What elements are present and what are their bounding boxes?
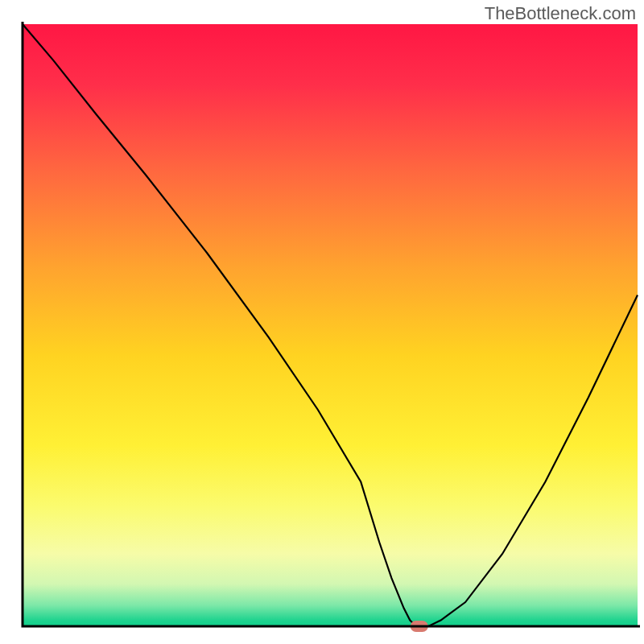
watermark-text: TheBottleneck.com: [485, 3, 636, 24]
chart-container: TheBottleneck.com: [0, 0, 644, 644]
gradient-background: [23, 24, 638, 626]
bottleneck-chart: [0, 0, 644, 644]
plot-area: [23, 22, 640, 632]
